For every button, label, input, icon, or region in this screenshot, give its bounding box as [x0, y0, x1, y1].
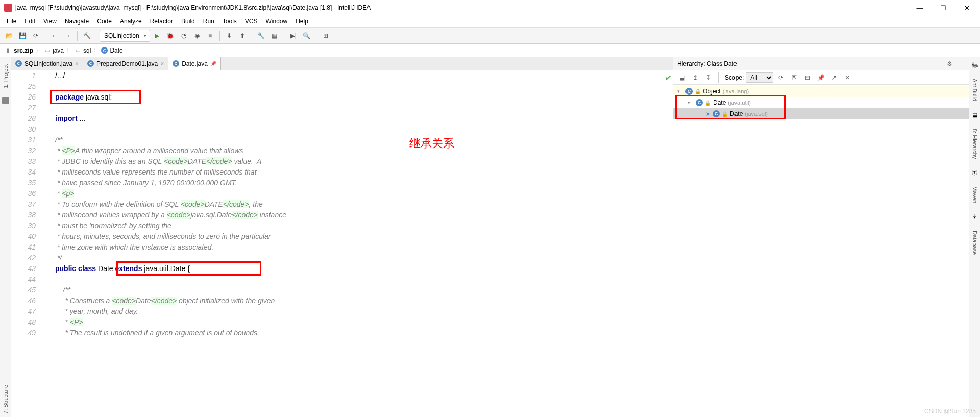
hierarchy-icon: ⬓ [971, 111, 978, 118]
run-config-selector[interactable]: SQLInjection [100, 30, 150, 42]
separator [316, 31, 316, 41]
editor-area: CSQLInjection.java× CPreparedDemo01.java… [11, 57, 673, 417]
ant-icon: 🐜 [971, 61, 978, 68]
menu-analyze[interactable]: Analyze [116, 17, 145, 26]
hierarchy-panel: Hierarchy: Class Date ⚙ — ⬓ ↥ ↧ Scope: A… [673, 57, 969, 417]
class-icon: C [87, 60, 94, 67]
menu-edit[interactable]: Edit [21, 17, 39, 26]
chevron-right-icon: 〉 [93, 47, 99, 54]
run-icon[interactable]: ▶ [151, 30, 163, 42]
marker-gutter [42, 70, 52, 417]
pin-icon[interactable]: 📌 [210, 61, 216, 66]
hierarchy-header: Hierarchy: Class Date ⚙ — [673, 57, 969, 70]
save-icon[interactable]: 💾 [16, 30, 29, 42]
open-icon[interactable]: 📂 [3, 30, 15, 42]
right-tool-rail: 🐜 Ant Build ⬓ 8: Hierarchy ⓜ Maven 🗄 Dat… [969, 57, 980, 417]
hierarchy-node[interactable]: ➤ C 🔒 Date (java.sql) [673, 108, 969, 119]
forward-icon[interactable]: → [62, 30, 74, 42]
settings-icon[interactable]: 🔧 [255, 30, 267, 42]
package-icon: ▭ [74, 47, 81, 54]
refresh-icon[interactable]: ⟳ [30, 30, 42, 42]
class-icon: C [101, 47, 108, 54]
hide-icon[interactable]: — [954, 59, 965, 69]
back-icon[interactable]: ← [48, 30, 61, 42]
line-gutter: 1252627283031323334353637383940414243444… [11, 70, 42, 417]
breadcrumb-item[interactable]: ▭java [42, 47, 65, 54]
menu-refactor[interactable]: Refactor [146, 17, 177, 26]
tool-icon[interactable]: ▶| [287, 30, 300, 42]
separator [219, 31, 220, 41]
project-structure-icon[interactable]: ▦ [268, 30, 281, 42]
watermark: CSDN @Sun 3285 [924, 408, 976, 415]
lock-icon: 🔒 [705, 100, 711, 106]
app-icon [4, 4, 12, 12]
ant-build-tab[interactable]: Ant Build [971, 76, 979, 104]
lock-icon: 🔒 [722, 111, 728, 117]
code-content[interactable]: /.../ package java.sql; import ... /** *… [52, 70, 673, 417]
menu-view[interactable]: View [40, 17, 60, 26]
close-icon[interactable]: ✕ [842, 72, 853, 83]
vcs-update-icon[interactable]: ⬇ [223, 30, 235, 42]
expand-toggle-icon[interactable]: ▾ [688, 100, 694, 105]
menu-window[interactable]: Window [262, 17, 291, 26]
menubar: File Edit View Navigate Code Analyze Ref… [0, 15, 980, 28]
vcs-commit-icon[interactable]: ⬆ [236, 30, 249, 42]
editor-tab[interactable]: CSQLInjection.java× [11, 57, 83, 70]
separator [284, 31, 284, 41]
profile-icon[interactable]: ◉ [191, 30, 203, 42]
editor-tabs: CSQLInjection.java× CPreparedDemo01.java… [11, 57, 673, 70]
separator [252, 31, 252, 41]
code-editor[interactable]: 1252627283031323334353637383940414243444… [11, 70, 673, 417]
menu-navigate[interactable]: Navigate [61, 17, 92, 26]
export-icon[interactable]: ↗ [828, 72, 840, 83]
pin-icon[interactable]: 📌 [815, 72, 826, 83]
supertypes-icon[interactable]: ↥ [690, 72, 701, 83]
class-hierarchy-icon[interactable]: ⬓ [676, 72, 688, 83]
subtypes-icon[interactable]: ↧ [703, 72, 714, 83]
menu-file[interactable]: File [3, 17, 20, 26]
hierarchy-toolbar: ⬓ ↥ ↧ Scope: All ⟳ ⇱ ⊟ 📌 ↗ ✕ [673, 70, 969, 85]
build-icon[interactable]: 🔨 [81, 30, 93, 42]
breadcrumb-item[interactable]: ▮src.zip [3, 47, 35, 54]
zip-icon: ▮ [5, 47, 12, 54]
autoscroll-icon[interactable]: ⇱ [789, 72, 800, 83]
hierarchy-tab[interactable]: 8: Hierarchy [971, 126, 979, 162]
maximize-button[interactable]: ☐ [936, 3, 950, 13]
close-tab-icon[interactable]: × [75, 60, 79, 67]
breadcrumb-item[interactable]: ▭sql [72, 47, 92, 54]
debug-icon[interactable]: 🐞 [164, 30, 177, 42]
minimize-button[interactable]: — [913, 3, 927, 13]
separator [45, 31, 45, 41]
hierarchy-node[interactable]: ▾ C 🔒 Object (java.lang) [673, 86, 969, 97]
maven-tab[interactable]: Maven [971, 183, 979, 206]
editor-tab[interactable]: CDate.java📌 [168, 57, 221, 70]
refresh-icon[interactable]: ⟳ [775, 72, 787, 83]
menu-run[interactable]: Run [200, 17, 218, 26]
menu-build[interactable]: Build [178, 17, 199, 26]
menu-help[interactable]: Help [292, 17, 312, 26]
menu-code[interactable]: Code [93, 17, 115, 26]
class-icon: C [15, 60, 22, 67]
class-icon: C [173, 60, 179, 67]
editor-tab[interactable]: CPreparedDemo01.java× [83, 57, 168, 70]
hierarchy-node[interactable]: ▾ C 🔒 Date (java.util) [673, 97, 969, 108]
gear-icon[interactable]: ⚙ [944, 59, 954, 69]
menu-tools[interactable]: Tools [219, 17, 240, 26]
hierarchy-tree: ▾ C 🔒 Object (java.lang) ▾ C 🔒 Date (jav… [673, 85, 969, 417]
scope-selector[interactable]: All [746, 72, 773, 83]
close-tab-icon[interactable]: × [160, 60, 164, 67]
stop-icon[interactable]: ■ [204, 30, 216, 42]
close-button[interactable]: ✕ [960, 3, 974, 13]
coverage-icon[interactable]: ◔ [178, 30, 190, 42]
expand-icon[interactable]: ⊟ [802, 72, 813, 83]
expand-toggle-icon[interactable]: ▾ [677, 89, 683, 94]
database-tab[interactable]: Database [971, 228, 979, 258]
menu-vcs[interactable]: VCS [241, 17, 261, 26]
structure-tool-tab[interactable]: 7: Structure [2, 382, 10, 417]
breadcrumb-item[interactable]: CDate [100, 47, 124, 54]
misc-icon[interactable]: ⊞ [320, 30, 332, 42]
database-icon: 🗄 [971, 213, 978, 220]
left-tool-rail: 1: Project 7: Structure [0, 57, 11, 417]
project-tool-tab[interactable]: 1: Project [2, 61, 10, 91]
search-icon[interactable]: 🔍 [301, 30, 313, 42]
